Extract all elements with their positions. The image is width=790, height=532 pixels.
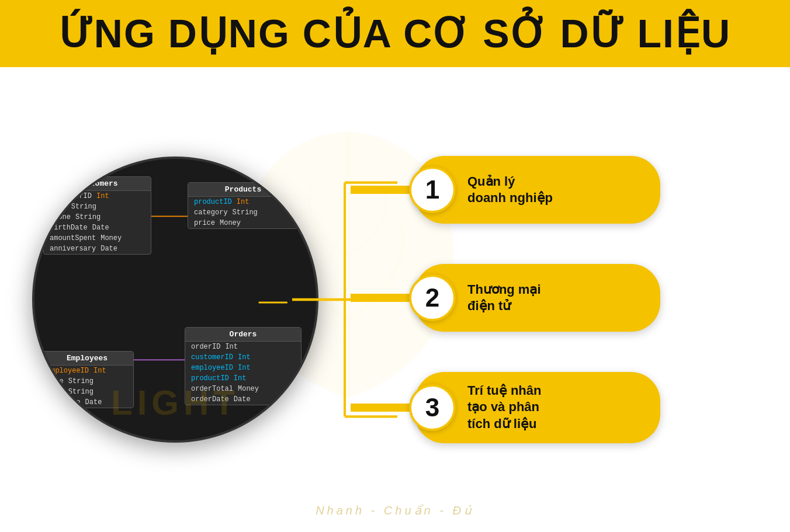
table-row: category String — [188, 207, 298, 218]
item-pill-2: 2 Thương mạiđiện tử — [415, 264, 660, 332]
table-row: name String — [44, 201, 151, 212]
item-row-3: 3 Trí tuệ nhântạo và phântích dữ liệu — [415, 372, 767, 443]
item-label-2: Thương mạiđiện tử — [467, 281, 541, 315]
page-title: ỨNG DỤNG CỦA CƠ SỞ DỮ LIỆU — [18, 11, 772, 57]
db-diagram-container: Customers customerID Int name String pho… — [23, 116, 327, 484]
table-row: employeeID Int — [185, 363, 301, 373]
right-panel: 1 Quản lýdoanh nghiệp 2 Thương mạiđiện t… — [327, 124, 767, 475]
table-customers-header: Customers — [44, 177, 151, 191]
table-row: amountSpent Money — [44, 233, 151, 244]
item-number-1: 1 — [409, 166, 456, 213]
table-products-header: Products — [188, 183, 298, 197]
table-products: Products productID Int category String p… — [188, 182, 299, 229]
table-row: productID Int — [188, 197, 298, 207]
item-label-1: Quản lýdoanh nghiệp — [467, 173, 553, 207]
item-pill-3: 3 Trí tuệ nhântạo và phântích dữ liệu — [415, 372, 660, 443]
table-employees-header: Employees — [41, 352, 133, 366]
db-circle: Customers customerID Int name String pho… — [32, 157, 318, 443]
table-row: price Money — [188, 218, 298, 228]
table-orders-header: Orders — [185, 328, 301, 342]
table-row: birthDate Date — [44, 222, 151, 233]
item-pill-1: 1 Quản lýdoanh nghiệp — [415, 156, 660, 224]
item-row-2: 2 Thương mạiđiện tử — [415, 264, 767, 332]
table-row: phone String — [44, 212, 151, 222]
table-customers: Customers customerID Int name String pho… — [43, 176, 151, 255]
table-row: orderID Int — [185, 342, 301, 352]
bottom-watermark: Nhanh - Chuẩn - Đủ — [316, 503, 474, 517]
item-number-3: 3 — [409, 384, 456, 431]
item-number-2: 2 — [409, 274, 456, 321]
table-row: customerID Int — [44, 191, 151, 201]
circle-watermark: LIGHT — [111, 383, 240, 423]
item-label-3: Trí tuệ nhântạo và phântích dữ liệu — [467, 383, 541, 433]
tree-branches-svg — [327, 124, 409, 475]
table-row: employeeID Int — [41, 366, 133, 376]
table-row: anniversary Date — [44, 244, 151, 254]
item-row-1: 1 Quản lýdoanh nghiệp — [415, 156, 767, 224]
main-content: Customers customerID Int name String pho… — [0, 67, 790, 532]
header-banner: ỨNG DỤNG CỦA CƠ SỞ DỮ LIỆU — [0, 0, 790, 67]
table-row: customerID Int — [185, 352, 301, 363]
